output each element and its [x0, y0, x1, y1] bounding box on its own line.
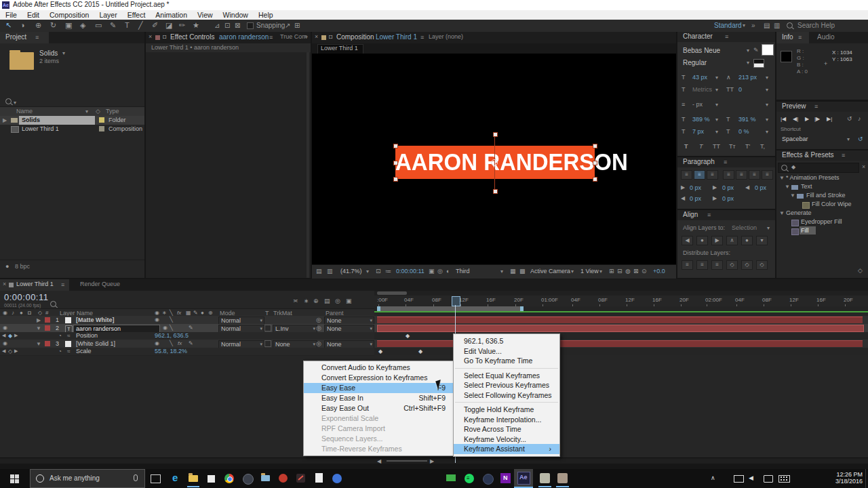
menu-file[interactable]: File [5, 11, 17, 19]
property-name[interactable]: Position [76, 332, 98, 339]
menu-item-select-previous-keyframes[interactable]: Select Previous Keyframes [454, 380, 559, 390]
magnification-icon[interactable]: ▥ [327, 268, 333, 274]
collapse-icon[interactable]: ▼ [36, 325, 41, 331]
color-depth-icon[interactable]: ● [5, 263, 9, 270]
camera-select[interactable]: Active Camera [530, 268, 570, 274]
tab-audio[interactable]: Audio [817, 33, 835, 41]
fast-previews-icon[interactable]: ⊟ [617, 268, 623, 274]
quality-switch-icon[interactable]: ╲ [170, 310, 173, 316]
align-hcenter-button[interactable]: ● [696, 236, 708, 245]
selection-handle[interactable] [593, 177, 597, 182]
horizontal-scale-value[interactable]: 391 % [738, 116, 756, 123]
kerning-value[interactable]: Metrics [692, 86, 712, 93]
align-vcenter-button[interactable]: ● [741, 236, 753, 245]
distribute-vcenter-button[interactable]: ≡ [696, 260, 708, 270]
menu-item-go-to-keyframe-time[interactable]: Go To Keyframe Time [454, 356, 559, 366]
project-item-chevron-icon[interactable]: ▾ [62, 50, 65, 56]
close-icon[interactable]: × [149, 33, 152, 40]
store-icon[interactable] [208, 475, 215, 483]
menu-edit[interactable]: Edit [27, 11, 39, 19]
project-item-name[interactable]: Solids [39, 49, 58, 57]
align-center-text-button[interactable]: ≡ [694, 170, 705, 180]
puppet-pin-tool-icon[interactable]: ★ [193, 21, 199, 30]
project-search-chevron-icon[interactable]: ▾ [14, 100, 16, 106]
stroke-swatch-white[interactable] [753, 63, 764, 68]
tsume-value[interactable]: 0 % [738, 128, 749, 135]
tree-fill-color-wipe[interactable]: Fill Color Wipe [812, 201, 852, 207]
timeline-navigator[interactable] [374, 291, 868, 296]
snap-option-icon[interactable]: ↗ [285, 22, 290, 29]
loop-icon[interactable]: ↺ [847, 115, 852, 122]
column-name[interactable]: Name [16, 108, 33, 115]
align-right-button[interactable]: ▶ [711, 236, 723, 245]
style-chevron-icon[interactable]: ▾ [747, 60, 749, 66]
quality-icon[interactable]: ╲ [170, 325, 173, 331]
tab-effect-controls-target[interactable]: aaron randerson [219, 33, 269, 41]
project-row-lower-third[interactable]: Lower Third 1 Composition [0, 125, 144, 134]
tsume-chevron-icon[interactable]: ▾ [766, 129, 768, 135]
menu-item-toggle-hold-keyframe[interactable]: Toggle Hold Keyframe [454, 405, 559, 415]
folders-app-icon[interactable] [261, 475, 270, 481]
selection-handle[interactable] [493, 189, 498, 194]
timeline-zoom-slider[interactable] [387, 460, 427, 462]
channels-icon[interactable]: ◐ [446, 268, 450, 274]
faux-italic-icon[interactable]: T [699, 143, 703, 150]
app-icon-open-1[interactable] [540, 473, 550, 483]
project-search-icon[interactable] [5, 98, 12, 104]
shy-switch-icon[interactable]: ◉ [155, 310, 159, 316]
game-app-icon[interactable] [243, 474, 254, 485]
layer-color-swatch[interactable] [45, 325, 50, 331]
lock-icon[interactable]: ◘ [163, 33, 166, 40]
timeline-zoom-out-icon[interactable]: ◀ [377, 458, 381, 464]
prev-frame-button[interactable]: ◀| [793, 116, 798, 122]
font-size-value[interactable]: 43 px [692, 74, 707, 81]
menu-item-easy-ease[interactable]: Easy EaseF9 [304, 383, 454, 393]
tree-fill-and-stroke[interactable]: Fill and Stroke [806, 192, 846, 199]
layer-color-swatch[interactable] [45, 317, 50, 323]
cortana-search-box[interactable]: Ask me anything [30, 469, 145, 488]
project-row-name[interactable]: Lower Third 1 [22, 125, 59, 132]
stopwatch-icon[interactable]: ◔ [58, 348, 62, 354]
pickwhip-icon[interactable]: ◎ [316, 325, 321, 331]
tab-layer-none[interactable]: Layer (none) [429, 33, 463, 40]
audio-mute-icon[interactable]: ♪ [858, 115, 861, 122]
3d-switch-icon[interactable]: ⊕ [208, 310, 213, 316]
mic-icon[interactable] [134, 474, 138, 481]
panel-grid-icon[interactable]: ▤ [764, 22, 770, 29]
lock-column-icon[interactable]: ◘ [28, 310, 31, 316]
menu-item-position-value[interactable]: 962.1, 636.5 [454, 336, 559, 346]
snapshot-icon[interactable]: ▣ [429, 268, 435, 274]
reset-icon[interactable]: ↺ [858, 136, 863, 142]
audio-column-icon[interactable]: ♪ [12, 310, 14, 316]
frame-blend-switch-icon[interactable]: ▦ [186, 310, 191, 316]
menu-item-easy-ease-in[interactable]: Easy Ease InShift+F9 [304, 393, 454, 403]
effect-icon[interactable]: ✎ [189, 325, 193, 331]
keyframe-diamond[interactable]: ◆ [418, 348, 422, 354]
viewer-tab-lower-third[interactable]: Lower Third 1 [317, 44, 363, 54]
menu-item-edit-value[interactable]: Edit Value... [454, 346, 559, 357]
snap-option-2-icon[interactable]: ⊞ [294, 22, 300, 29]
tab-info[interactable]: Info ≡ [776, 32, 809, 43]
align-menu-icon[interactable]: ≡ [707, 211, 711, 218]
align-layers-to-value[interactable]: Selection [732, 224, 757, 231]
number-column-icon[interactable]: # [45, 310, 48, 316]
selection-handle[interactable] [393, 144, 398, 148]
tree-fill[interactable]: Fill [801, 227, 809, 234]
shortcut-chevron-icon[interactable]: ▾ [847, 136, 850, 142]
effects-search-icon[interactable] [781, 165, 787, 171]
add-keyframe-icon[interactable]: ◆ [8, 333, 12, 339]
motion-blur-switch-icon[interactable]: ✎ [193, 310, 198, 316]
font-style-select[interactable]: Regular [683, 59, 707, 66]
view-chevron-icon[interactable]: ▾ [599, 268, 602, 274]
tab-composition-label[interactable]: Composition [336, 33, 374, 41]
roto-brush-tool-icon[interactable]: ✏ [179, 21, 185, 30]
faux-bold-icon[interactable]: T [684, 143, 688, 150]
character-header[interactable]: Character ≡ [677, 32, 775, 42]
axis-mode-2-icon[interactable]: ⊡ [224, 22, 230, 29]
workspace-chevron-icon[interactable]: ▾ [743, 22, 745, 28]
label-column-icon[interactable]: ◇ [38, 310, 42, 316]
tree-animation-presets[interactable]: * Animation Presets [786, 174, 840, 181]
close-icon[interactable]: × [3, 281, 6, 287]
hand-tool-icon[interactable]: ◑ [20, 21, 25, 29]
layer-bar-3[interactable] [377, 340, 863, 347]
